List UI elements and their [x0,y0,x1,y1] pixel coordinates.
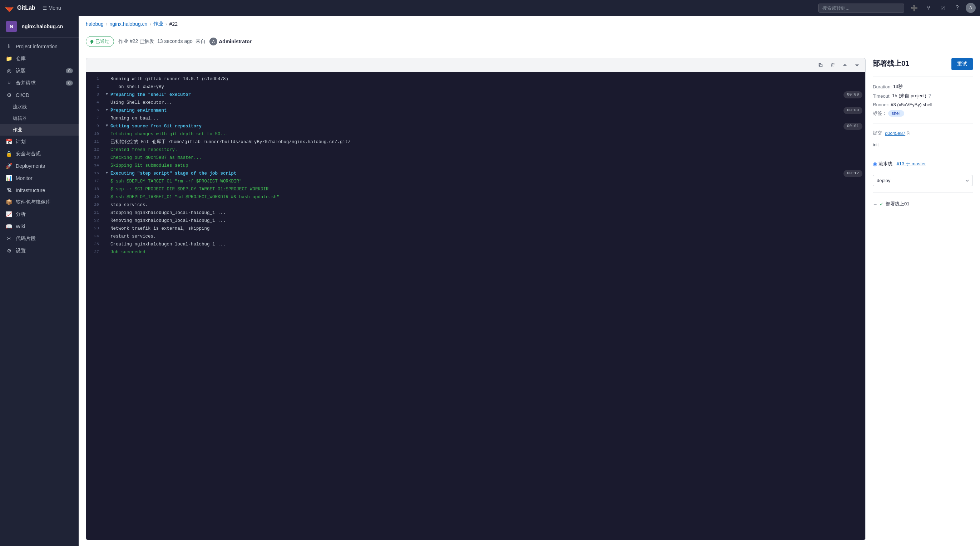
line-number: 22 [86,217,103,224]
search-input[interactable] [818,3,904,13]
pipeline-value-link[interactable]: #13 于 master [897,161,926,167]
job-text: 作业 #22 已触发 [118,38,154,44]
log-content: Network traefik is external, skipping [110,225,865,232]
sidebar-item-pipeline[interactable]: 流水线 [0,101,79,113]
divider-3 [873,154,973,154]
sidebar-item-label: Deployments [16,163,45,169]
breadcrumb-current: #22 [169,21,178,27]
sidebar-item-label: 分析 [16,211,26,217]
pipeline-icon: ◉ [873,161,877,167]
breadcrumb: halobug › nginx.halobug.cn › 作业 › #22 [79,16,980,31]
sidebar-item-label: 代码片段 [16,235,36,242]
breadcrumb-sep-2: › [150,21,151,27]
runner-row: Runner: #3 (x5aVFyBy) shell [873,102,973,107]
security-icon: 🔒 [6,151,12,157]
todo-icon[interactable]: ☑ [937,2,948,14]
right-panel-header: 部署线上01 重试 [873,58,973,70]
log-content: Preparing environment [110,107,843,114]
sidebar-item-label: CI/CD [16,92,29,98]
sidebar-item-plan[interactable]: 📅 计划 [0,136,79,148]
divider-1 [873,77,973,77]
breadcrumb-project[interactable]: nginx.halobug.cn [110,21,148,27]
log-content: Running with gitlab-runner 14.0.1 (c1edb… [110,75,865,83]
sidebar-item-snippets[interactable]: ✂ 代码片段 [0,233,79,245]
breadcrumb-halobug[interactable]: halobug [86,21,103,27]
sidebar-item-packages[interactable]: 📦 软件包与镜像库 [0,196,79,208]
navbar: GitLab ☰ Menu ➕ ⑂ ☑ ? A [0,0,980,16]
log-line: 25 Creating nginxhalobugcn_local-halobug… [86,240,865,248]
commit-message: init [873,142,973,147]
collapse-icon[interactable]: ▼ [103,107,110,113]
copy-icon [818,62,823,68]
line-number: 24 [86,233,103,239]
success-circle-icon: ✓ [880,201,883,207]
user-avatar[interactable]: A [966,3,976,13]
stage-dropdown[interactable]: deploy [873,175,973,186]
triggered-by: 来自 [196,38,205,44]
issues-badge: 0 [66,68,73,73]
line-number: 1 [86,75,103,82]
sidebar-item-project-info[interactable]: ℹ Project information [0,40,79,53]
merge-requests-icon[interactable]: ⑂ [923,2,934,14]
create-new-button[interactable]: ➕ [908,2,920,14]
sidebar-item-cicd[interactable]: ⚙ CI/CD [0,89,79,101]
sidebar-item-issues[interactable]: ◎ 议题 0 [0,65,79,77]
timeout-help-icon[interactable]: ? [928,93,931,99]
sidebar-project[interactable]: N nginx.halobug.cn [0,16,79,38]
log-line: 11 已初始化空的 Git 仓库于 /home/gitlab-runner/bu… [86,138,865,146]
log-content: $ scp -r $CI_PROJECT_DIR $DEPLOY_TARGET_… [110,186,865,193]
breadcrumb-jobs[interactable]: 作业 [153,21,163,27]
commit-hash-link[interactable]: d0c45e87 [885,131,905,136]
line-number: 9 [86,123,103,129]
collapse-icon[interactable]: ▼ [103,170,110,176]
log-content: Using Shell executor... [110,99,865,106]
sidebar-item-monitor[interactable]: 📊 Monitor [0,172,79,184]
line-number: 2 [86,83,103,90]
menu-button[interactable]: ☰ Menu [40,3,64,12]
sidebar-item-merge-requests[interactable]: ⑂ 合并请求 0 [0,77,79,89]
pipeline-ref: ◉ 流水线 #13 于 master [873,161,973,167]
line-number: 7 [86,115,103,121]
trash-icon [830,62,835,68]
log-line: 3 ▼ Preparing the "shell" executor 00:00 [86,91,865,99]
runner-value: #3 (x5aVFyBy) shell [891,102,932,107]
sidebar-item-repository[interactable]: 📁 仓库 [0,53,79,65]
copy-commit-icon[interactable]: ⎘ [907,130,910,136]
log-toolbar [86,58,865,72]
sidebar-item-wiki[interactable]: 📖 Wiki [0,220,79,233]
log-content: Executing "step_script" stage of the job… [110,170,843,177]
plan-icon: 📅 [6,139,12,145]
scroll-down-button[interactable] [852,60,862,70]
sidebar-item-editor[interactable]: 编辑器 [0,113,79,124]
log-line: 7 Running on baai... [86,115,865,122]
log-line: 4 Using Shell executor... [86,99,865,107]
log-content: Running on baai... [110,115,865,122]
log-content: $ ssh $DEPLOY_TARGET_01 "rm -rf $PROJECT… [110,178,865,185]
sidebar-item-deployments[interactable]: 🚀 Deployments [0,160,79,172]
sidebar-item-security[interactable]: 🔒 安全与合规 [0,148,79,160]
line-number: 21 [86,209,103,216]
app-logo[interactable]: GitLab [4,3,35,13]
line-number: 6 [86,107,103,113]
log-panel: 1 Running with gitlab-runner 14.0.1 (c1e… [86,58,865,540]
log-body[interactable]: 1 Running with gitlab-runner 14.0.1 (c1e… [86,72,865,540]
collapse-icon[interactable]: ▼ [103,91,110,98]
analytics-icon: 📈 [6,211,12,217]
settings-icon: ⚙ [6,247,12,254]
content-area: halobug › nginx.halobug.cn › 作业 › #22 ✓ … [79,16,980,546]
search-wrap [818,3,904,13]
sidebar-item-settings[interactable]: ⚙ 设置 [0,245,79,257]
sidebar-item-label: 计划 [16,139,26,145]
log-content: Created fresh repository. [110,146,865,153]
erase-button[interactable] [827,60,838,70]
copy-button[interactable] [815,60,826,70]
sidebar-item-analytics[interactable]: 📈 分析 [0,208,79,220]
sidebar-item-infrastructure[interactable]: 🏗 Infrastructure [0,184,79,196]
collapse-icon[interactable]: ▼ [103,123,110,129]
time-badge: 00:00 [843,91,862,98]
retry-button[interactable]: 重试 [951,58,973,70]
help-icon[interactable]: ? [951,2,963,14]
sidebar-item-jobs[interactable]: 作业 [0,124,79,136]
log-content: $ ssh $DEPLOY_TARGET_01 "cd $PROJECT_WOR… [110,193,865,201]
scroll-up-button[interactable] [840,60,850,70]
